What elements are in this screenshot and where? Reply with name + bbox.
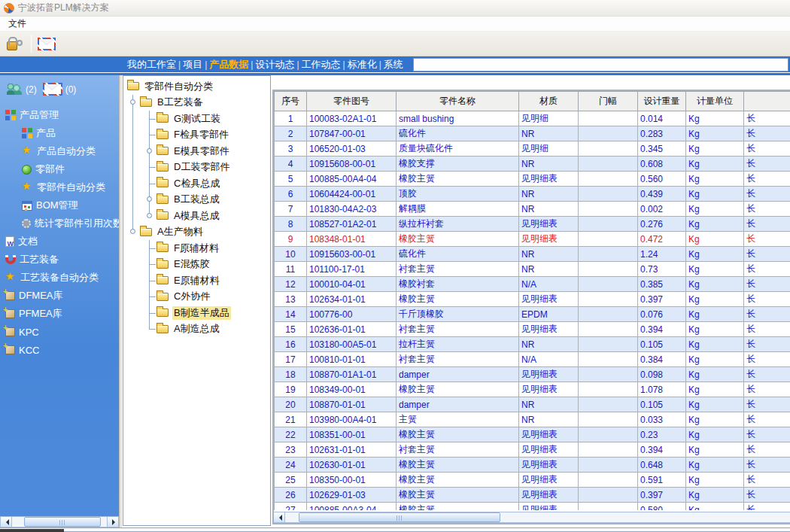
table-cell[interactable]: 0.608 — [638, 157, 686, 172]
table-cell[interactable]: 见明细表 — [519, 427, 579, 442]
table-cell[interactable]: 橡胶主簧 — [397, 427, 519, 442]
table-cell[interactable]: 0.560 — [638, 172, 686, 187]
table-cell[interactable]: 0.033 — [638, 412, 686, 427]
table-cell[interactable]: Kg — [686, 187, 744, 202]
mail-button[interactable] — [35, 33, 58, 54]
table-cell[interactable]: 硫化件 — [397, 126, 519, 141]
table-cell[interactable]: 质量块硫化件 — [397, 141, 519, 157]
sidebar-hscrollbar[interactable] — [0, 516, 119, 527]
table-cell[interactable]: 103980-00A4-01 — [307, 412, 397, 427]
table-cell[interactable]: 0.098 — [638, 367, 686, 382]
table-cell[interactable]: 见明细表 — [519, 322, 579, 337]
table-row[interactable]: 13102634-01-01橡胶主簧见明细表0.397Kg长 — [275, 292, 790, 307]
table-cell[interactable]: 0.385 — [638, 277, 686, 292]
table-cell[interactable]: 15 — [275, 322, 307, 337]
table-cell[interactable]: 0.394 — [638, 322, 686, 337]
table-cell[interactable]: 硫化件 — [397, 247, 519, 262]
table-cell[interactable]: Kg — [686, 412, 744, 427]
users-icon[interactable] — [6, 84, 23, 95]
scrollbar-track[interactable] — [285, 512, 790, 522]
table-cell[interactable]: N/A — [519, 352, 579, 367]
table-cell[interactable]: 见明细 — [519, 111, 579, 126]
sidebar-item-product[interactable]: 产品 — [0, 124, 119, 142]
table-cell[interactable]: 长 — [744, 187, 790, 202]
table-cell[interactable]: 0.105 — [638, 337, 686, 352]
table-cell[interactable]: Kg — [686, 141, 744, 157]
tree-node-a-mold-assembly[interactable]: A模具总成 — [123, 208, 270, 224]
table-cell[interactable]: Kg — [686, 217, 744, 232]
tabbar-input[interactable] — [413, 58, 788, 71]
table-cell[interactable]: NR — [519, 412, 579, 427]
sidebar-item-bom-management[interactable]: BOM管理 — [0, 196, 119, 214]
table-row[interactable]: 12100010-04-01橡胶衬套N/A0.385Kg长 — [275, 277, 790, 292]
table-cell[interactable] — [579, 337, 638, 352]
table-cell[interactable]: 108348-01-01 — [307, 232, 397, 247]
table-cell[interactable]: 长 — [744, 292, 790, 307]
table-cell[interactable]: Kg — [686, 442, 744, 458]
table-cell[interactable] — [579, 488, 638, 503]
table-cell[interactable]: 长 — [744, 473, 790, 488]
table-cell[interactable]: 102634-01-01 — [307, 292, 397, 307]
table-cell[interactable]: 12 — [275, 277, 307, 292]
table-cell[interactable]: 27 — [275, 503, 307, 511]
table-cell[interactable]: 橡胶主簧 — [397, 172, 519, 187]
table-cell[interactable]: 见明细表 — [519, 232, 579, 247]
table-cell[interactable]: 橡胶主簧 — [397, 292, 519, 307]
table-cell[interactable]: 长 — [744, 382, 790, 397]
sidebar-item-kpc[interactable]: KPC — [0, 323, 119, 341]
table-cell[interactable]: 长 — [744, 352, 790, 367]
table-cell[interactable]: 见明细表 — [519, 217, 579, 232]
expand-handle-icon[interactable] — [147, 213, 152, 218]
table-cell[interactable]: 0.105 — [638, 397, 686, 412]
sidebar-item-process-equipment[interactable]: 工艺装备 — [0, 251, 119, 269]
tree-node-f-raw-materials[interactable]: F原辅材料 — [123, 240, 270, 257]
table-cell[interactable]: 108349-00-01 — [307, 382, 397, 397]
table-row[interactable]: 16103180-00A5-01拉杆主簧NR0.105Kg长 — [275, 337, 790, 352]
table-cell[interactable]: 1.24 — [638, 247, 686, 262]
table-cell[interactable] — [579, 202, 638, 217]
table-cell[interactable]: Kg — [686, 247, 744, 262]
table-cell[interactable]: Kg — [686, 111, 744, 126]
tree-node-b-tooling-assembly[interactable]: B工装总成 — [123, 192, 270, 208]
table-cell[interactable]: NR — [519, 202, 579, 217]
table-cell[interactable]: 26 — [275, 488, 307, 503]
table-cell[interactable]: 5 — [275, 172, 307, 187]
tab-design-activity[interactable]: 设计动态 — [253, 58, 296, 71]
table-cell[interactable]: 解耦膜 — [397, 202, 519, 217]
table-cell[interactable]: 10604424-00-01 — [307, 187, 397, 202]
table-cell[interactable]: 101100-17-01 — [307, 262, 397, 277]
table-cell[interactable]: NR — [519, 247, 579, 262]
col-extra[interactable] — [744, 92, 790, 111]
table-cell[interactable]: 100885-00A4-04 — [307, 172, 397, 187]
table-cell[interactable]: 11 — [275, 262, 307, 277]
table-row[interactable]: 24102630-01-01橡胶主簧见明细表0.648Kg长 — [275, 458, 790, 473]
table-cell[interactable]: 长 — [744, 247, 790, 262]
tab-work-activity[interactable]: 工作动态 — [299, 58, 343, 71]
col-material[interactable]: 材质 — [519, 92, 579, 111]
table-row[interactable]: 7101830-04A2-03解耦膜NR0.002Kg长 — [275, 202, 790, 217]
table-cell[interactable]: 10915608-00-01 — [307, 157, 397, 172]
table-cell[interactable]: 见明细表 — [519, 442, 579, 458]
table-cell[interactable]: Kg — [686, 503, 744, 511]
table-row[interactable]: 23102631-01-01衬套主簧见明细表0.394Kg长 — [275, 442, 790, 458]
table-cell[interactable]: 长 — [744, 111, 790, 126]
tree-node-e-raw-materials[interactable]: E原辅材料 — [123, 272, 270, 289]
table-cell[interactable]: Kg — [686, 397, 744, 412]
tree-node-f-gauge-parts[interactable]: F检具零部件 — [123, 127, 270, 144]
table-row[interactable]: 20108870-01-01damperNR0.105Kg长 — [275, 397, 790, 412]
table-cell[interactable] — [579, 427, 638, 442]
table-cell[interactable]: 100810-01-01 — [307, 352, 397, 367]
table-row[interactable]: 8108527-01A2-01纵拉杆衬套见明细表0.276Kg长 — [275, 217, 790, 232]
table-cell[interactable]: 25 — [275, 473, 307, 488]
col-design-weight[interactable]: 设计重量 — [638, 92, 686, 111]
table-cell[interactable]: Kg — [686, 307, 744, 322]
table-cell[interactable]: 10915603-00-01 — [307, 247, 397, 262]
table-cell[interactable]: NR — [519, 187, 579, 202]
table-cell[interactable]: 100885-00A3-04 — [307, 503, 397, 511]
table-cell[interactable]: 千斤顶橡胶 — [397, 307, 519, 322]
table-cell[interactable]: 24 — [275, 458, 307, 473]
menu-file[interactable]: 文件 — [5, 16, 29, 32]
table-cell[interactable]: NR — [519, 337, 579, 352]
table-row[interactable]: 410915608-00-01橡胶支撑NR0.608Kg长 — [275, 157, 790, 172]
table-cell[interactable]: 23 — [275, 442, 307, 458]
